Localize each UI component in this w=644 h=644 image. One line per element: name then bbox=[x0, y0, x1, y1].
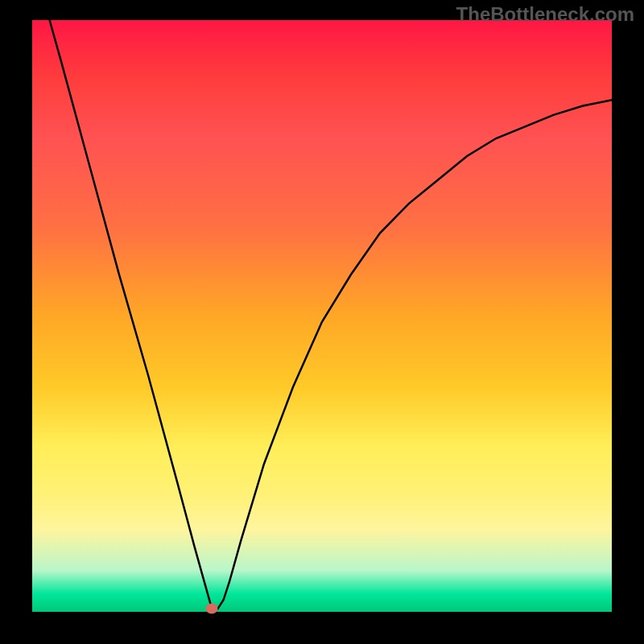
curve-svg bbox=[32, 20, 612, 612]
bottleneck-curve-path bbox=[50, 20, 612, 609]
optimal-point-marker bbox=[206, 604, 218, 614]
watermark-text: TheBottleneck.com bbox=[456, 3, 634, 26]
chart-container: TheBottleneck.com bbox=[0, 0, 644, 644]
